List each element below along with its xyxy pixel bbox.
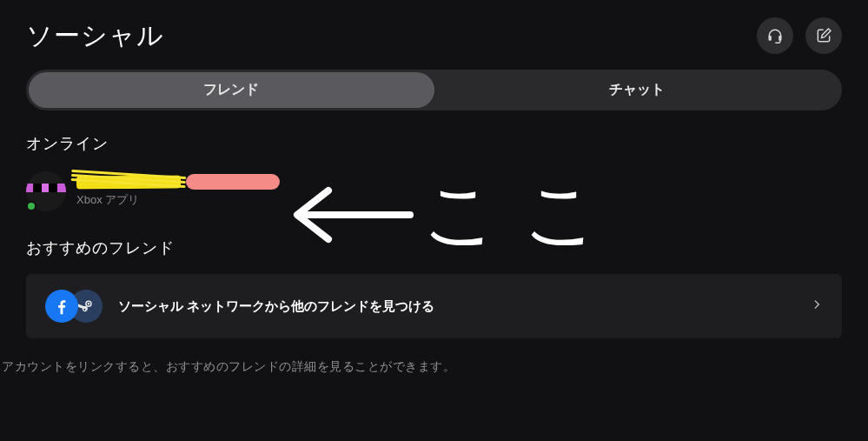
svg-rect-1	[779, 36, 781, 41]
find-friends-label: ソーシャル ネットワークから他のフレンドを見つける	[118, 298, 434, 315]
page-title: ソーシャル	[26, 18, 164, 54]
svg-rect-0	[769, 36, 772, 41]
tab-bar: フレンド チャット	[26, 70, 842, 110]
svg-point-3	[88, 303, 89, 304]
redaction-red	[186, 174, 280, 190]
headset-icon	[766, 27, 784, 44]
suggested-heading: おすすめのフレンド	[26, 237, 842, 258]
find-friends-card[interactable]: ソーシャル ネットワークから他のフレンドを見つける	[26, 274, 842, 338]
compose-button[interactable]	[805, 17, 842, 54]
compose-icon	[815, 27, 832, 44]
friend-avatar-wrap	[26, 171, 66, 211]
presence-indicator-online	[26, 201, 36, 211]
svg-point-4	[83, 309, 85, 311]
facebook-icon	[45, 290, 78, 323]
chevron-right-icon	[811, 298, 823, 314]
headset-button[interactable]	[757, 17, 793, 54]
tab-chat[interactable]: チャット	[434, 72, 840, 108]
header: ソーシャル	[26, 17, 842, 54]
tab-friends[interactable]: フレンド	[29, 72, 434, 108]
friend-status-text: Xbox アプリ	[76, 192, 280, 208]
online-heading: オンライン	[26, 133, 842, 154]
social-network-icons	[45, 290, 103, 323]
header-action-icons	[757, 17, 842, 54]
friend-name-redacted	[76, 175, 280, 189]
friend-list-item[interactable]: Xbox アプリ	[26, 171, 842, 211]
redaction-yellow	[76, 175, 181, 189]
link-account-hint: アカウントをリンクすると、おすすめのフレンドの詳細を見ることができます。	[0, 359, 868, 375]
friend-text-block: Xbox アプリ	[76, 175, 280, 208]
